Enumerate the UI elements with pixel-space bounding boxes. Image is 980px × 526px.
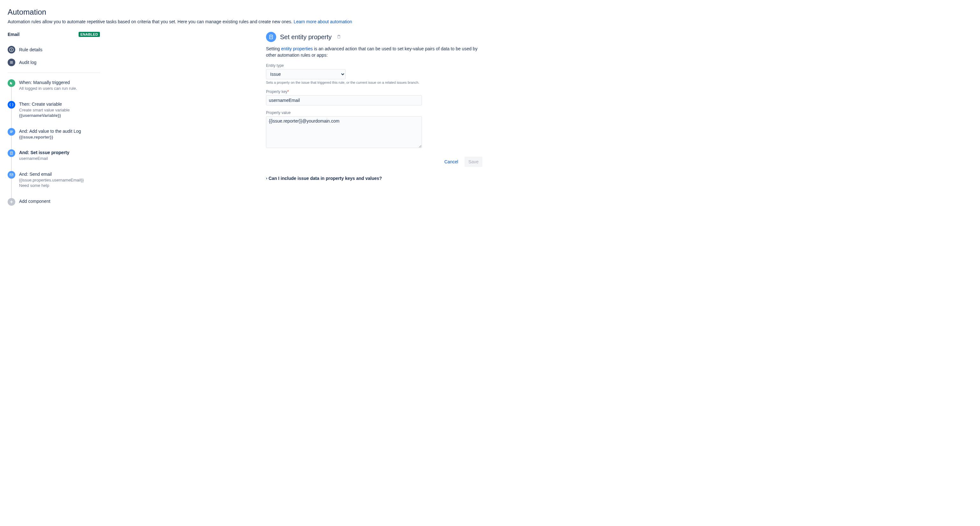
svg-rect-3 bbox=[10, 61, 13, 62]
svg-rect-14 bbox=[10, 202, 13, 202]
faq-toggle[interactable]: › Can I include issue data in property k… bbox=[266, 176, 482, 181]
step-title: When: Manually triggered bbox=[19, 80, 77, 85]
step-subtitle: Need some help bbox=[19, 183, 84, 188]
nav-audit-log[interactable]: Audit log bbox=[8, 56, 100, 69]
nav-rule-details-label: Rule details bbox=[19, 47, 42, 52]
step-subtitle: {{issue.properties.usernameEmail}} bbox=[19, 177, 84, 183]
step-set-property[interactable]: And: Set issue property usernameEmail bbox=[8, 149, 100, 171]
panel-title: Set entity property bbox=[280, 33, 331, 41]
braces-icon bbox=[8, 101, 15, 108]
property-icon bbox=[266, 32, 276, 42]
step-subtitle-code: {{issue.reporter}} bbox=[19, 134, 81, 140]
svg-rect-2 bbox=[11, 49, 11, 51]
save-button[interactable]: Save bbox=[465, 157, 482, 167]
nav-rule-details[interactable]: Rule details bbox=[8, 43, 100, 56]
step-title: And: Send email bbox=[19, 172, 84, 177]
svg-rect-6 bbox=[10, 131, 13, 131]
cursor-icon bbox=[8, 79, 15, 87]
panel-desc-prefix: Setting bbox=[266, 46, 281, 51]
step-subtitle: All logged in users can run rule. bbox=[19, 86, 77, 91]
page-title: Automation bbox=[8, 8, 482, 17]
step-audit-log[interactable]: And: Add value to the audit Log {{issue.… bbox=[8, 128, 100, 150]
step-subtitle-code: {{usernameVariable}} bbox=[19, 113, 70, 118]
step-title: Then: Create variable bbox=[19, 102, 70, 107]
step-subtitle: usernameEmail bbox=[19, 156, 69, 161]
property-value-label: Property value bbox=[266, 110, 482, 115]
faq-text: Can I include issue data in property key… bbox=[269, 176, 382, 181]
entity-properties-link[interactable]: entity properties bbox=[281, 46, 313, 51]
entity-type-select[interactable]: Issue bbox=[266, 69, 345, 79]
svg-rect-11 bbox=[11, 153, 12, 153]
mail-icon bbox=[8, 171, 15, 179]
add-component-label: Add component bbox=[19, 199, 50, 204]
step-subtitle: Create smart value variable bbox=[19, 107, 70, 113]
step-trigger[interactable]: When: Manually triggered All logged in u… bbox=[8, 79, 100, 101]
panel-description: Setting entity properties is an advanced… bbox=[266, 46, 482, 58]
property-icon bbox=[8, 149, 15, 157]
cancel-button[interactable]: Cancel bbox=[441, 157, 462, 167]
learn-more-link[interactable]: Learn more about automation bbox=[294, 19, 352, 24]
chevron-right-icon: › bbox=[266, 176, 267, 180]
plus-icon bbox=[8, 198, 15, 206]
svg-point-1 bbox=[11, 49, 12, 49]
status-badge: ENABLED bbox=[79, 32, 100, 37]
entity-type-label: Entity type bbox=[266, 63, 482, 68]
list-icon bbox=[8, 59, 15, 66]
nav-divider bbox=[8, 73, 100, 73]
info-icon bbox=[8, 46, 15, 54]
svg-rect-20 bbox=[339, 35, 340, 35]
property-key-label: Property key* bbox=[266, 89, 482, 94]
property-value-textarea[interactable] bbox=[266, 116, 422, 148]
svg-rect-18 bbox=[338, 36, 340, 38]
trash-icon[interactable] bbox=[337, 34, 341, 40]
svg-rect-4 bbox=[10, 62, 13, 62]
property-key-input[interactable] bbox=[266, 95, 422, 105]
nav-audit-log-label: Audit log bbox=[19, 60, 36, 65]
page-description: Automation rules allow you to automate r… bbox=[8, 19, 482, 24]
step-title: And: Add value to the audit Log bbox=[19, 129, 81, 134]
step-send-email[interactable]: And: Send email {{issue.properties.usern… bbox=[8, 171, 100, 198]
svg-rect-17 bbox=[270, 37, 272, 37]
page-description-text: Automation rules allow you to automate r… bbox=[8, 19, 294, 24]
entity-type-help: Sets a property on the issue that trigge… bbox=[266, 81, 482, 84]
document-icon bbox=[8, 128, 15, 135]
svg-rect-8 bbox=[10, 132, 12, 132]
svg-rect-10 bbox=[11, 153, 12, 153]
svg-rect-19 bbox=[337, 35, 340, 35]
add-component[interactable]: Add component bbox=[8, 198, 100, 206]
rule-name: Email bbox=[8, 32, 19, 37]
step-title: And: Set issue property bbox=[19, 150, 69, 155]
step-create-variable[interactable]: Then: Create variable Create smart value… bbox=[8, 101, 100, 128]
